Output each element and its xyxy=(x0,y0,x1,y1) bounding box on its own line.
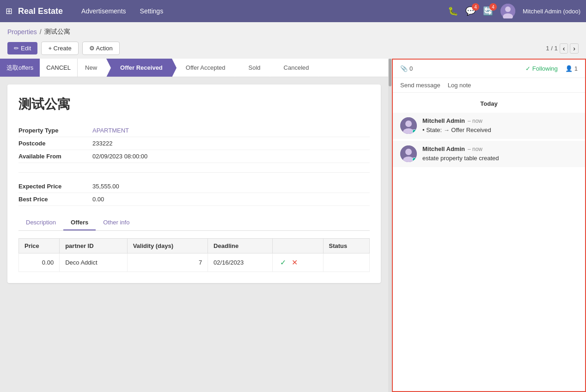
svg-point-7 xyxy=(405,149,412,155)
field-best-price: Best Price 0.00 xyxy=(18,193,370,206)
person-icon: 👤 xyxy=(565,65,573,72)
breadcrumb-separator: / xyxy=(40,28,42,36)
label-expected-price: Expected Price xyxy=(18,183,92,190)
cell-action-btns: ✓ ✕ xyxy=(272,253,323,272)
attachments-stat[interactable]: 📎 0 xyxy=(400,65,413,72)
accept-button[interactable]: ✓ xyxy=(278,257,288,268)
col-deadline: Deadline xyxy=(208,239,273,253)
calendar-badge: 4 xyxy=(489,3,497,11)
toolbar: ✏ Edit + Create ⚙ Action 1 / 1 ‹ › xyxy=(0,40,586,59)
main-content: Properties / 测试公寓 ✏ Edit + Create ⚙ Acti… xyxy=(0,22,586,392)
breadcrumb-parent[interactable]: Properties xyxy=(7,28,37,36)
msg-author-2: Mitchell Admin xyxy=(422,145,465,152)
field-postcode: Postcode 233222 xyxy=(18,137,370,150)
reject-button[interactable]: ✕ xyxy=(290,257,299,268)
msg-text-1: • State: → Offer Received xyxy=(422,126,578,134)
prev-button[interactable]: ‹ xyxy=(560,43,568,54)
pagination: 1 / 1 ‹ › xyxy=(546,43,579,54)
chatter-panel: 📎 0 ✓ Following 👤 1 Send message Log not… xyxy=(392,59,586,392)
form-card: 测试公寓 Property Type APARTMENT Postcode 23… xyxy=(7,84,381,283)
property-title: 测试公寓 xyxy=(18,96,370,113)
tab-other-info[interactable]: Other info xyxy=(96,215,137,230)
left-panel: 选取offers CANCEL New Offer Received Offer… xyxy=(0,59,388,392)
select-offers-button[interactable]: 选取offers xyxy=(0,59,40,77)
status-bar: 选取offers CANCEL New Offer Received Offer… xyxy=(0,59,388,77)
chat-badge: 4 xyxy=(472,3,479,11)
value-property-type[interactable]: APARTMENT xyxy=(92,127,129,134)
scroll-thumb xyxy=(389,59,391,86)
chatter-body: Today Mitchell Admin – xyxy=(393,93,585,391)
calendar-icon-btn[interactable]: 🔄 4 xyxy=(483,6,493,16)
navbar-right: 🐛 💬 4 🔄 4 Mitchell Admin (odoo) xyxy=(448,4,580,18)
cell-deadline: 02/16/2023 xyxy=(208,253,273,272)
step-offer-received[interactable]: Offer Received xyxy=(106,59,172,77)
step-offer-accepted[interactable]: Offer Accepted xyxy=(172,59,235,77)
msg-author-1: Mitchell Admin xyxy=(422,117,465,124)
table-row: 0.00 Deco Addict 7 02/16/2023 ✓ ✕ xyxy=(19,253,370,272)
label-postcode: Postcode xyxy=(18,140,92,147)
msg-time-2: – now xyxy=(468,146,482,152)
breadcrumb-current: 测试公寓 xyxy=(44,28,70,36)
send-message-button[interactable]: Send message xyxy=(400,82,440,89)
avatar-1 xyxy=(400,117,417,134)
form-fields: Property Type APARTMENT Postcode 233222 … xyxy=(18,124,370,163)
cancel-button[interactable]: CANCEL xyxy=(40,59,78,77)
form-area: 测试公寓 Property Type APARTMENT Postcode 23… xyxy=(0,77,388,392)
price-fields: Expected Price 35,555.00 Best Price 0.00 xyxy=(18,180,370,206)
nav-menu: Advertisements Settings xyxy=(81,7,448,15)
msg-body-2: Mitchell Admin – now estate property tab… xyxy=(422,145,578,163)
chatter-header: 📎 0 ✓ Following 👤 1 xyxy=(393,60,585,78)
value-expected-price: 35,555.00 xyxy=(92,183,119,190)
chatter-date: Today xyxy=(393,96,585,111)
step-new[interactable]: New xyxy=(78,59,106,77)
bug-icon-btn[interactable]: 🐛 xyxy=(448,6,458,16)
bug-icon: 🐛 xyxy=(448,6,458,16)
field-available-from: Available From 02/09/2023 08:00:00 xyxy=(18,150,370,163)
table-header-row: Price partner ID Validity (days) Deadlin… xyxy=(19,239,370,253)
msg-body-1: Mitchell Admin – now • State: → Offer Re… xyxy=(422,117,578,134)
value-available-from: 02/09/2023 08:00:00 xyxy=(92,153,147,160)
label-property-type: Property Type xyxy=(18,127,92,134)
edit-icon: ✏ xyxy=(14,45,19,52)
step-canceled[interactable]: Canceled xyxy=(270,59,318,77)
col-validity: Validity (days) xyxy=(127,239,208,253)
user-name: Mitchell Admin (odoo) xyxy=(523,8,580,15)
msg-time-1: – now xyxy=(468,118,482,124)
grid-icon[interactable]: ⊞ xyxy=(6,6,12,16)
edit-button[interactable]: ✏ Edit xyxy=(7,42,37,54)
value-postcode: 233222 xyxy=(92,140,112,147)
online-dot-1 xyxy=(412,129,416,133)
chatter-actions: Send message Log note xyxy=(393,78,585,93)
tab-offers[interactable]: Offers xyxy=(63,215,96,230)
cell-price: 0.00 xyxy=(19,253,60,272)
msg-text-2: estate property table created xyxy=(422,154,578,163)
navbar: ⊞ Real Estate Advertisements Settings 🐛 … xyxy=(0,0,586,22)
following-button[interactable]: ✓ Following xyxy=(525,65,558,72)
action-button[interactable]: ⚙ Action xyxy=(82,42,120,55)
chat-icon-btn[interactable]: 💬 4 xyxy=(465,6,476,16)
offers-table: Price partner ID Validity (days) Deadlin… xyxy=(18,238,370,272)
followers-stat[interactable]: 👤 1 xyxy=(565,65,578,72)
nav-advertisements[interactable]: Advertisements xyxy=(81,7,126,15)
paperclip-icon: 📎 xyxy=(400,65,408,72)
nav-settings[interactable]: Settings xyxy=(140,7,164,15)
log-note-button[interactable]: Log note xyxy=(448,82,471,89)
cell-validity: 7 xyxy=(127,253,208,272)
scroll-indicator[interactable] xyxy=(388,59,392,392)
tabs: Description Offers Other info xyxy=(18,215,370,231)
label-best-price: Best Price xyxy=(18,196,92,203)
svg-point-1 xyxy=(505,6,511,12)
col-price: Price xyxy=(19,239,60,253)
chatter-message-2: Mitchell Admin – now estate property tab… xyxy=(393,141,585,167)
cell-partner: Deco Addict xyxy=(60,253,127,272)
app-title: Real Estate xyxy=(18,6,63,16)
tab-description[interactable]: Description xyxy=(18,215,63,230)
status-steps: New Offer Received Offer Accepted Sold C… xyxy=(78,59,388,77)
col-actions xyxy=(272,239,323,253)
online-dot-2 xyxy=(412,157,416,162)
create-button[interactable]: + Create xyxy=(41,42,78,55)
field-property-type: Property Type APARTMENT xyxy=(18,124,370,137)
check-icon: ✓ xyxy=(525,65,531,72)
step-sold[interactable]: Sold xyxy=(235,59,270,77)
next-button[interactable]: › xyxy=(570,43,579,54)
